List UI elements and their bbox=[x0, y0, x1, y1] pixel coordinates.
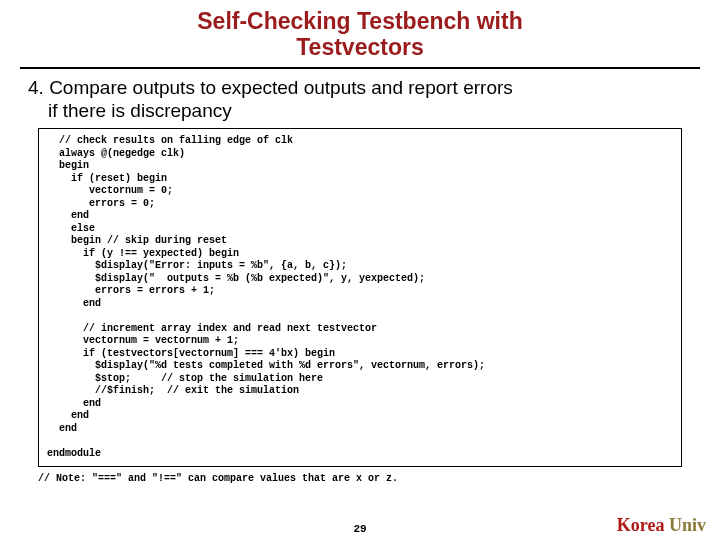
step-text: 4. Compare outputs to expected outputs a… bbox=[28, 77, 692, 123]
note-text: // Note: "===" and "!==" can compare val… bbox=[38, 473, 682, 484]
slide-title: Self-Checking Testbench with Testvectors bbox=[0, 0, 720, 61]
logo-univ: Univ bbox=[669, 515, 706, 535]
step-line1: Compare outputs to expected outputs and … bbox=[49, 77, 513, 98]
title-underline bbox=[20, 67, 700, 69]
page-number: 29 bbox=[353, 523, 366, 535]
title-line1: Self-Checking Testbench with bbox=[197, 8, 522, 34]
logo-korea: Korea bbox=[617, 515, 665, 535]
title-line2: Testvectors bbox=[296, 34, 423, 60]
code-block: // check results on falling edge of clk … bbox=[38, 128, 682, 467]
university-logo: Korea Univ bbox=[617, 515, 706, 536]
step-line2: if there is discrepancy bbox=[48, 100, 692, 123]
step-number: 4. bbox=[28, 77, 44, 98]
